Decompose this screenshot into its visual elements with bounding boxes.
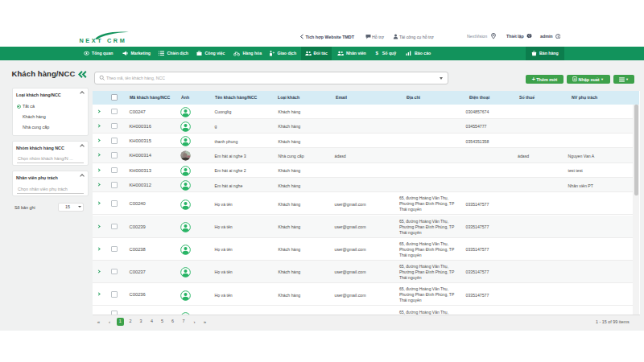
svg-text:NEXT CRM: NEXT CRM xyxy=(80,37,127,44)
